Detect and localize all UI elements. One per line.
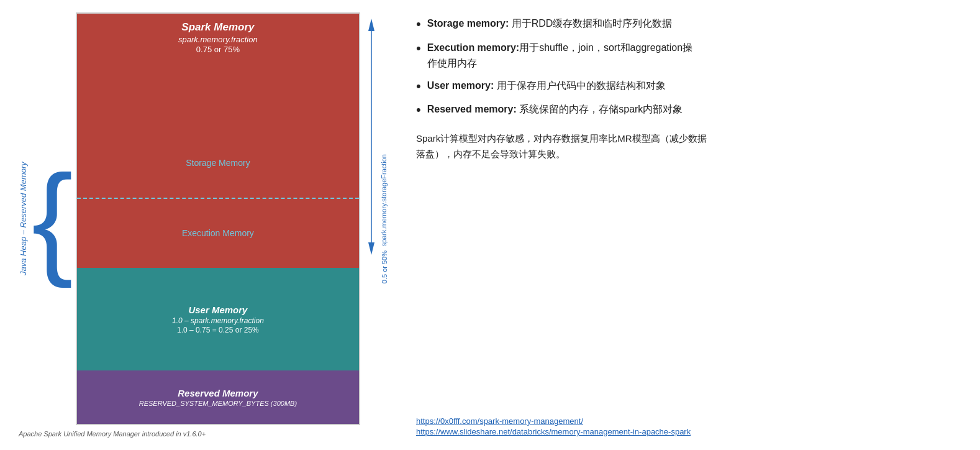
execution-label: Execution Memory [77,199,359,269]
bullet-dot-3: • [416,78,421,96]
reserved-memory-title: Reserved Memory [178,388,258,398]
bullet-user-text: User memory: 用于保存用户代码中的数据结构和对象 [427,78,666,94]
bullet-user: • User memory: 用于保存用户代码中的数据结构和对象 [416,78,961,96]
bullet-dot-2: • [416,40,421,58]
user-memory-line2: 1.0 – 0.75 = 0.25 or 25% [177,326,259,334]
svg-marker-2 [368,242,374,255]
user-memory-line1: 1.0 – spark.memory.fraction [172,316,264,325]
spark-memory-block: Spark Memory spark.memory.fraction 0.75 … [77,14,359,268]
link-2[interactable]: https://www.slideshare.net/databricks/me… [416,427,961,436]
brace-symbol: { [32,157,73,281]
spark-memory-subtitle: spark.memory.fraction [83,35,353,44]
reserved-desc: 系统保留的内存，存储spark内部对象 [517,104,683,114]
summary-text: Spark计算模型对内存敏感，对内存数据复用率比MR模型高（减少数据落盘），内存… [416,131,961,162]
svg-marker-1 [368,19,374,31]
bullet-execution-text: Execution memory:用于shuffle，join，sort和agg… [427,40,692,71]
bullet-storage: • Storage memory: 用于RDD缓存数据和临时序列化数据 [416,16,961,34]
user-memory-block: User Memory 1.0 – spark.memory.fraction … [77,268,359,370]
arrow-label-area: spark.memory.storageFraction 0.5 or 50% [360,12,391,425]
spark-memory-percent: 0.75 or 75% [83,45,353,54]
storage-desc: 用于RDD缓存数据和临时序列化数据 [509,18,672,29]
bullet-dot-4: • [416,101,421,119]
bullet-list: • Storage memory: 用于RDD缓存数据和临时序列化数据 • Ex… [416,16,961,119]
double-arrow-svg [365,19,378,255]
user-term: User memory: [427,80,494,91]
java-heap-label: Java Heap – Reserved Memory [19,12,28,425]
fraction-value-label: 0.5 or 50% [381,250,388,283]
right-panel: • Storage memory: 用于RDD缓存数据和临时序列化数据 • Ex… [397,0,980,450]
bullet-reserved: • Reserved memory: 系统保留的内存，存储spark内部对象 [416,101,961,119]
bullet-storage-text: Storage memory: 用于RDD缓存数据和临时序列化数据 [427,16,673,32]
storage-term: Storage memory: [427,18,509,29]
storage-execution-area: Storage Memory Execution Memory [77,128,359,268]
memory-blocks: Spark Memory spark.memory.fraction 0.75 … [76,12,360,425]
execution-term: Execution memory: [427,42,519,53]
reserved-memory-block: Reserved Memory RESERVED_SYSTEM_MEMORY_B… [77,370,359,424]
content-area: • Storage memory: 用于RDD缓存数据和临时序列化数据 • Ex… [416,16,961,162]
user-desc: 用于保存用户代码中的数据结构和对象 [494,80,665,91]
diagram-wrapper: Java Heap – Reserved Memory { Spark Memo… [19,12,391,425]
reserved-memory-sub: RESERVED_SYSTEM_MEMORY_BYTES (300MB) [139,400,297,407]
diagram-caption: Apache Spark Unified Memory Manager intr… [19,430,391,438]
bullet-execution: • Execution memory:用于shuffle，join，sort和a… [416,40,961,71]
storage-fraction-label: spark.memory.storageFraction [380,154,388,246]
brace-container: { [32,12,73,425]
left-panel: Java Heap – Reserved Memory { Spark Memo… [0,0,397,450]
spark-memory-title: Spark Memory [83,21,353,34]
reserved-term: Reserved memory: [427,104,517,114]
bullet-dot-1: • [416,16,421,34]
links-container: https://0x0fff.com/spark-memory-manageme… [416,416,961,438]
user-memory-title: User Memory [188,305,247,315]
bullet-reserved-text: Reserved memory: 系统保留的内存，存储spark内部对象 [427,101,683,117]
storage-label: Storage Memory [77,128,359,199]
link-1[interactable]: https://0x0fff.com/spark-memory-manageme… [416,416,961,426]
